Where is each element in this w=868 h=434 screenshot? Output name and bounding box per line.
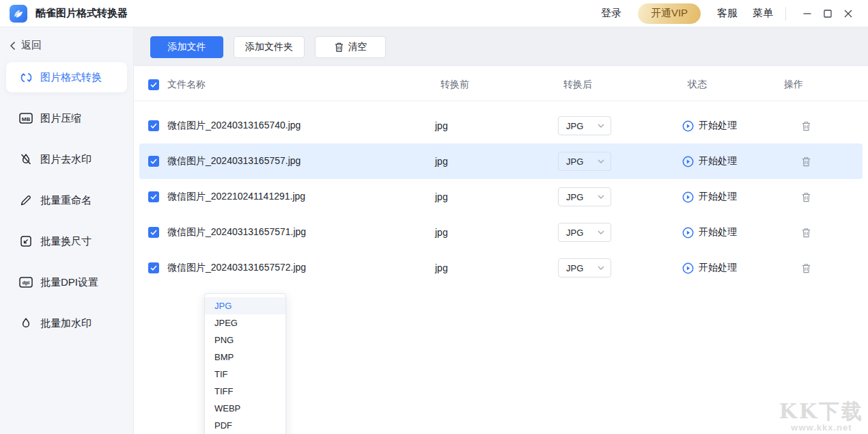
titlebar-divider xyxy=(785,7,786,21)
droplet-off-icon xyxy=(19,152,33,166)
menu-link[interactable]: 菜单 xyxy=(753,7,773,20)
start-process-link[interactable]: 开始处理 xyxy=(699,226,737,239)
file-name: 微信图片_20240313165757.jpg xyxy=(167,155,300,167)
mb-icon: MB xyxy=(19,111,33,125)
file-name: 微信图片_20240313165740.jpg xyxy=(167,120,300,132)
clear-button[interactable]: 清空 xyxy=(315,36,386,58)
start-process-link[interactable]: 开始处理 xyxy=(699,155,737,167)
play-circle-icon[interactable] xyxy=(682,262,694,274)
table-header: 文件名称 转换前 转换后 状态 操作 xyxy=(134,79,868,101)
app-title: 酷雀图片格式转换器 xyxy=(36,7,128,20)
file-name: 微信图片_202403131657572.jpg xyxy=(167,262,306,274)
sidebar-item-add-watermark[interactable]: 批量加水印 xyxy=(6,308,127,338)
play-circle-icon[interactable] xyxy=(682,120,694,132)
table-row: 微信图片_20240313165757.jpg jpg JPG 开始处理 xyxy=(139,144,863,179)
titlebar: 酷雀图片格式转换器 登录 开通VIP 客服 菜单 xyxy=(0,0,868,27)
app-logo-icon xyxy=(10,5,27,23)
table-row: 微信图片_202403131657571.jpg jpg JPG 开始处理 xyxy=(139,215,863,250)
row-checkbox[interactable] xyxy=(148,156,159,167)
sidebar-item-batch-dpi[interactable]: dpi 批量DPI设置 xyxy=(6,267,127,297)
delete-row-button[interactable] xyxy=(801,156,811,167)
format-convert-icon xyxy=(19,70,33,84)
table-row: 微信图片_202403131657572.jpg jpg JPG 开始处理 xyxy=(139,250,863,286)
header-before: 转换前 xyxy=(440,79,563,91)
resize-icon xyxy=(19,234,33,248)
format-select-value: JPG xyxy=(566,192,583,202)
dropdown-option-bmp[interactable]: BMP xyxy=(205,349,285,366)
customer-service-link[interactable]: 客服 xyxy=(717,7,738,20)
sidebar-item-label: 批量换尺寸 xyxy=(40,235,92,248)
format-dropdown-menu: JPG JPEG PNG BMP TIF TIFF WEBP PDF xyxy=(204,293,286,434)
sidebar-item-label: 图片格式转换 xyxy=(40,71,102,84)
delete-row-button[interactable] xyxy=(801,191,811,203)
dropdown-option-webp[interactable]: WEBP xyxy=(205,400,285,417)
select-all-checkbox[interactable] xyxy=(148,79,159,90)
delete-row-button[interactable] xyxy=(801,262,811,274)
delete-row-button[interactable] xyxy=(801,120,811,132)
row-checkbox[interactable] xyxy=(148,191,159,202)
dropdown-option-jpeg[interactable]: JPEG xyxy=(205,314,285,331)
row-checkbox[interactable] xyxy=(148,227,159,238)
format-select[interactable]: JPG xyxy=(558,223,611,242)
delete-row-button[interactable] xyxy=(801,227,811,239)
sidebar-item-label: 图片去水印 xyxy=(40,153,92,166)
sidebar-item-label: 图片压缩 xyxy=(40,112,81,125)
format-select[interactable]: JPG xyxy=(558,258,611,277)
header-file-name: 文件名称 xyxy=(167,79,206,91)
format-select[interactable]: JPG xyxy=(558,152,611,171)
dropdown-option-jpg[interactable]: JPG xyxy=(205,297,285,314)
close-button[interactable] xyxy=(838,3,858,24)
sidebar-item-format-convert[interactable]: 图片格式转换 xyxy=(6,62,127,92)
chevron-down-icon xyxy=(598,195,604,199)
sidebar-item-label: 批量加水印 xyxy=(40,317,92,330)
dropdown-option-tiff[interactable]: TIFF xyxy=(205,383,285,400)
dpi-icon: dpi xyxy=(19,275,33,289)
format-select-value: JPG xyxy=(566,121,583,131)
play-circle-icon[interactable] xyxy=(682,191,694,203)
dropdown-option-pdf[interactable]: PDF xyxy=(205,417,285,434)
sidebar-item-label: 批量DPI设置 xyxy=(40,276,98,289)
trash-icon xyxy=(334,42,344,53)
droplet-icon xyxy=(19,316,33,330)
add-folder-button[interactable]: 添加文件夹 xyxy=(234,36,305,58)
toolbar: 添加文件 添加文件夹 清空 xyxy=(134,27,868,66)
maximize-button[interactable] xyxy=(817,3,838,24)
play-circle-icon[interactable] xyxy=(682,156,694,167)
chevron-down-icon xyxy=(598,124,604,128)
chevron-down-icon xyxy=(598,266,604,270)
login-link[interactable]: 登录 xyxy=(601,7,621,20)
row-checkbox[interactable] xyxy=(148,262,159,273)
start-process-link[interactable]: 开始处理 xyxy=(699,120,737,132)
sidebar-item-compress[interactable]: MB 图片压缩 xyxy=(6,103,127,133)
format-select-value: JPG xyxy=(566,263,583,273)
table-row: 微信图片_202210241141291.jpg jpg JPG 开始处理 xyxy=(139,179,863,215)
sidebar-item-remove-watermark[interactable]: 图片去水印 xyxy=(6,144,127,174)
format-select-value: JPG xyxy=(566,157,583,167)
dropdown-option-tif[interactable]: TIF xyxy=(205,366,285,383)
sidebar-item-batch-rename[interactable]: 批量重命名 xyxy=(6,185,127,215)
start-process-link[interactable]: 开始处理 xyxy=(699,262,737,274)
chevron-left-icon xyxy=(10,41,16,51)
format-before: jpg xyxy=(435,156,558,167)
add-file-button[interactable]: 添加文件 xyxy=(150,36,223,58)
svg-text:MB: MB xyxy=(22,116,31,122)
header-action: 操作 xyxy=(784,79,803,91)
format-before: jpg xyxy=(435,262,558,273)
format-before: jpg xyxy=(435,227,558,238)
file-name: 微信图片_202403131657571.jpg xyxy=(167,226,306,239)
pencil-icon xyxy=(19,193,33,207)
sidebar-item-batch-resize[interactable]: 批量换尺寸 xyxy=(6,226,127,256)
format-select[interactable]: JPG xyxy=(558,187,611,206)
clear-label: 清空 xyxy=(348,41,367,53)
back-label: 返回 xyxy=(21,39,42,52)
start-process-link[interactable]: 开始处理 xyxy=(699,191,737,203)
minimize-button[interactable] xyxy=(797,3,817,24)
dropdown-option-png[interactable]: PNG xyxy=(205,331,285,349)
header-status: 状态 xyxy=(688,79,784,91)
back-button[interactable]: 返回 xyxy=(10,39,133,52)
format-select[interactable]: JPG xyxy=(558,116,611,135)
row-checkbox[interactable] xyxy=(148,120,159,131)
play-circle-icon[interactable] xyxy=(682,227,694,239)
header-after: 转换后 xyxy=(563,79,688,91)
open-vip-button[interactable]: 开通VIP xyxy=(638,3,701,24)
